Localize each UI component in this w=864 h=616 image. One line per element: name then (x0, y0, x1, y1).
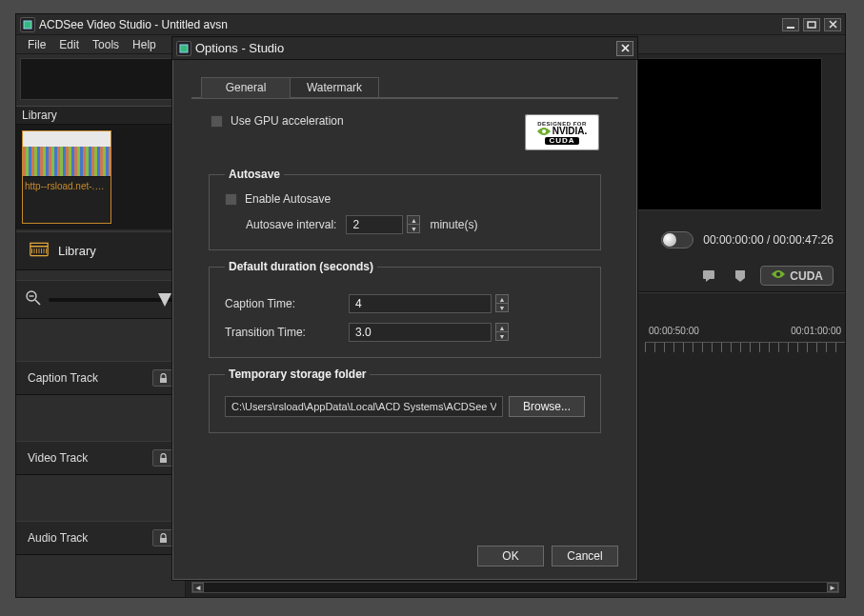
svg-line-6 (35, 300, 40, 305)
dialog-icon (176, 41, 191, 56)
cuda-button-label: CUDA (790, 269, 823, 283)
caption-spin-down[interactable]: ▼ (495, 303, 509, 312)
thumbnail-caption: http--rsload.net-.m... (23, 177, 111, 195)
svg-rect-4 (30, 243, 48, 246)
nvidia-eye-icon (771, 268, 786, 283)
zoom-slider[interactable] (49, 298, 175, 302)
audio-track-header[interactable]: Audio Track (16, 521, 185, 555)
dialog-title: Options - Studio (195, 41, 616, 55)
ok-button[interactable]: OK (477, 546, 544, 566)
svg-rect-0 (24, 21, 31, 29)
video-track-label: Video Track (28, 451, 88, 465)
main-titlebar: ACDSee Video Studio - Untitled avsn (16, 14, 845, 35)
ruler-ticks (645, 343, 845, 352)
menu-tools[interactable]: Tools (87, 36, 125, 53)
app-icon (20, 17, 35, 32)
zoom-out-icon[interactable] (26, 290, 41, 308)
menu-file[interactable]: File (22, 36, 51, 53)
browse-button[interactable]: Browse... (509, 396, 585, 417)
time-ruler[interactable]: 00:00:50:00 00:01:00:00 (645, 326, 845, 343)
nvidia-badge: DESIGNED FOR NVIDIA. CUDA (525, 114, 599, 150)
menu-help[interactable]: Help (127, 36, 162, 53)
nvidia-cuda-label: CUDA (545, 137, 578, 145)
gpu-row: Use GPU acceleration DESIGNED FOR NVIDIA… (191, 99, 618, 158)
svg-rect-9 (160, 458, 167, 463)
scroll-left-icon[interactable]: ◄ (192, 583, 204, 592)
duration-group: Default duration (seconds) Caption Time:… (209, 260, 601, 358)
transition-spin-down[interactable]: ▼ (495, 331, 509, 341)
library-thumbnail[interactable]: http--rsload.net-.m... (22, 130, 111, 224)
library-header: Library (16, 106, 185, 125)
caption-track-lock-icon[interactable] (152, 369, 173, 387)
menu-edit[interactable]: Edit (53, 36, 85, 53)
zoom-slider-thumb[interactable] (158, 293, 171, 307)
temp-folder-group: Temporary storage folder Browse... (209, 368, 601, 433)
library-tab[interactable]: Library (16, 231, 185, 270)
dialog-footer: OK Cancel (172, 538, 637, 580)
ruler-tick-a: 00:00:50:00 (649, 326, 699, 342)
audio-track-lock-icon[interactable] (152, 529, 173, 546)
autosave-enable-checkbox[interactable] (225, 193, 237, 206)
autosave-enable-label: Enable Autosave (245, 192, 331, 206)
tab-general[interactable]: General (201, 77, 291, 98)
svg-rect-2 (808, 22, 815, 28)
transition-time-input[interactable] (349, 323, 492, 342)
marker-icon[interactable] (730, 268, 751, 285)
autosave-enable-row[interactable]: Enable Autosave (225, 192, 585, 206)
scroll-right-icon[interactable]: ► (827, 583, 838, 592)
timeline-h-scrollbar[interactable]: ◄ ► (191, 582, 839, 593)
cuda-button[interactable]: CUDA (760, 266, 834, 286)
dialog-tabs: General Watermark (201, 77, 618, 98)
caption-time-input[interactable] (349, 294, 492, 313)
caption-track-header[interactable]: Caption Track (16, 361, 185, 395)
zoom-row (16, 280, 185, 319)
svg-point-12 (776, 272, 780, 276)
library-body: http--rsload.net-.m... (16, 125, 185, 229)
app-title: ACDSee Video Studio - Untitled avsn (39, 18, 782, 31)
close-button[interactable] (824, 18, 841, 31)
autosave-legend: Autosave (225, 168, 284, 181)
video-track-lock-icon[interactable] (152, 449, 173, 467)
temp-folder-legend: Temporary storage folder (225, 368, 370, 381)
temp-folder-input[interactable] (225, 396, 503, 417)
autosave-interval-input[interactable] (346, 215, 403, 234)
caption-track-label: Caption Track (28, 371, 98, 385)
ruler-tick-b: 00:01:00:00 (791, 326, 841, 342)
autosave-group: Autosave Enable Autosave Autosave interv… (209, 168, 601, 250)
gpu-checkbox[interactable] (211, 115, 223, 128)
left-panel: Library http--rsload.net-.m... Library (16, 54, 186, 597)
gpu-checkbox-row[interactable]: Use GPU acceleration (211, 114, 344, 128)
cancel-button[interactable]: Cancel (552, 546, 618, 566)
options-dialog: Options - Studio General Watermark Use G… (171, 36, 638, 581)
caption-time-label: Caption Time: (225, 297, 339, 310)
audio-track-label: Audio Track (28, 531, 88, 545)
video-track-header[interactable]: Video Track (16, 441, 185, 475)
maximize-button[interactable] (803, 18, 820, 31)
gpu-checkbox-label: Use GPU acceleration (231, 114, 344, 128)
dialog-body: General Watermark Use GPU acceleration D… (172, 60, 637, 538)
autosave-interval-label: Autosave interval: (246, 218, 336, 231)
nvidia-eye-icon (537, 127, 551, 136)
svg-rect-8 (160, 378, 167, 383)
library-tab-label: Library (58, 244, 96, 258)
play-toggle[interactable] (661, 231, 693, 248)
library-icon (30, 242, 49, 260)
dialog-close-button[interactable] (616, 41, 633, 56)
autosave-spin-down[interactable]: ▼ (407, 224, 420, 233)
tab-watermark[interactable]: Watermark (290, 77, 379, 98)
svg-rect-10 (160, 538, 167, 543)
time-display: 00:00:00:00 / 00:00:47:26 (703, 233, 834, 247)
nvidia-brand: NVIDIA. (553, 127, 588, 136)
thumbnail-image (23, 131, 111, 177)
preview-strip (20, 58, 181, 100)
chat-icon[interactable] (699, 268, 720, 285)
dialog-titlebar: Options - Studio (172, 37, 637, 60)
svg-rect-1 (787, 27, 794, 29)
transition-time-label: Transition Time: (225, 326, 339, 339)
minimize-button[interactable] (782, 18, 799, 31)
autosave-unit: minute(s) (430, 218, 477, 231)
svg-point-14 (542, 129, 546, 133)
svg-rect-11 (703, 270, 714, 279)
preview-controls: CUDA (699, 266, 834, 286)
track-headers: Caption Track Video Track Audio Track (16, 319, 185, 597)
